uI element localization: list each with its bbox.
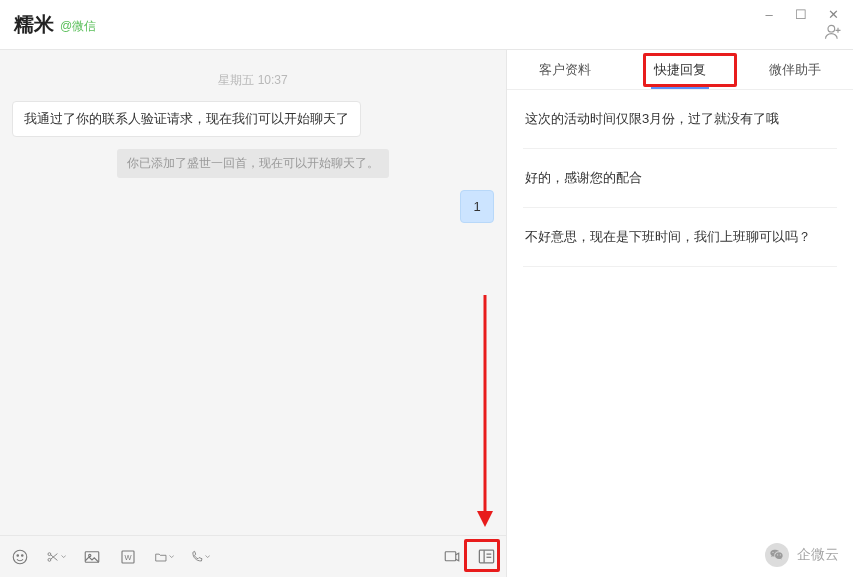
contact-name: 糯米 — [14, 11, 54, 38]
side-panel: 客户资料 快捷回复 微伴助手 这次的活动时间仅限3月份，过了就没有了哦 好的，感… — [507, 50, 853, 577]
svg-text:W: W — [124, 553, 132, 562]
svg-point-2 — [17, 554, 19, 556]
message-text: 1 — [460, 190, 494, 223]
quick-reply-item[interactable]: 这次的活动时间仅限3月份，过了就没有了哦 — [523, 90, 837, 149]
quick-reply-icon[interactable] — [476, 547, 496, 567]
file-icon[interactable]: W — [118, 547, 138, 567]
folder-icon[interactable] — [154, 547, 174, 567]
input-toolbar: W — [0, 535, 506, 577]
wechat-icon — [765, 543, 789, 567]
message-incoming: 我通过了你的联系人验证请求，现在我们可以开始聊天了 — [12, 101, 494, 137]
svg-point-1 — [13, 550, 27, 564]
minimize-button[interactable]: – — [753, 2, 785, 26]
message-system: 你已添加了盛世一回首，现在可以开始聊天了。 — [12, 149, 494, 178]
phone-icon[interactable] — [190, 547, 210, 567]
scissors-icon[interactable] — [46, 547, 66, 567]
system-text: 你已添加了盛世一回首，现在可以开始聊天了。 — [117, 149, 389, 178]
svg-point-3 — [22, 554, 24, 556]
tab-quick-reply[interactable]: 快捷回复 — [622, 50, 737, 89]
chat-area: 星期五 10:37 我通过了你的联系人验证请求，现在我们可以开始聊天了 你已添加… — [0, 50, 507, 577]
quick-reply-item[interactable]: 不好意思，现在是下班时间，我们上班聊可以吗？ — [523, 208, 837, 267]
tab-assistant[interactable]: 微伴助手 — [738, 50, 853, 89]
watermark-label: 企微云 — [797, 546, 839, 564]
quick-reply-item[interactable]: 好的，感谢您的配合 — [523, 149, 837, 208]
svg-point-0 — [828, 25, 835, 32]
panel-tabs: 客户资料 快捷回复 微伴助手 — [507, 50, 853, 90]
source-tag: @微信 — [60, 18, 96, 35]
screen-record-icon[interactable] — [442, 547, 462, 567]
maximize-button[interactable]: ☐ — [785, 2, 817, 26]
emoji-icon[interactable] — [10, 547, 30, 567]
message-text: 我通过了你的联系人验证请求，现在我们可以开始聊天了 — [12, 101, 361, 137]
chat-scroll[interactable]: 星期五 10:37 我通过了你的联系人验证请求，现在我们可以开始聊天了 你已添加… — [0, 50, 506, 535]
svg-rect-10 — [445, 551, 456, 560]
tab-customer-info[interactable]: 客户资料 — [507, 50, 622, 89]
message-outgoing: 1 — [12, 190, 494, 223]
watermark: 企微云 — [765, 543, 839, 567]
svg-rect-11 — [479, 550, 493, 563]
quick-reply-list: 这次的活动时间仅限3月份，过了就没有了哦 好的，感谢您的配合 不好意思，现在是下… — [507, 90, 853, 267]
main-split: 星期五 10:37 我通过了你的联系人验证请求，现在我们可以开始聊天了 你已添加… — [0, 50, 853, 577]
titlebar: 糯米 @微信 – ☐ ✕ — [0, 0, 853, 50]
image-icon[interactable] — [82, 547, 102, 567]
add-person-icon[interactable] — [823, 22, 843, 45]
chat-timestamp: 星期五 10:37 — [12, 72, 494, 89]
